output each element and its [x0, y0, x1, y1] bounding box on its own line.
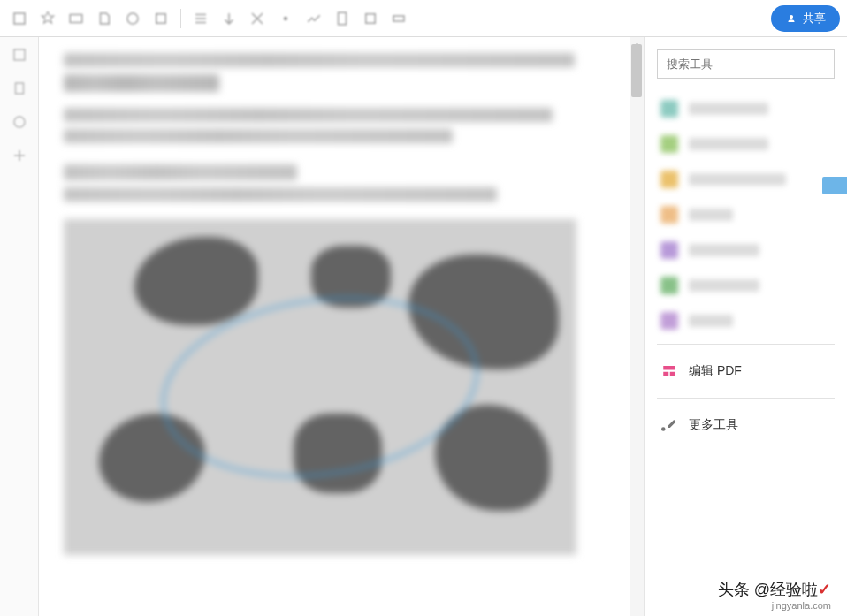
left-icon-3[interactable]	[7, 110, 32, 134]
tool-icon-10[interactable]	[273, 6, 298, 31]
tool-icon-3[interactable]	[64, 6, 88, 31]
svg-rect-10	[670, 372, 675, 376]
tool-item-7[interactable]	[657, 303, 835, 338]
tool-icon-orange	[660, 206, 678, 224]
tool-item-2[interactable]	[657, 126, 835, 162]
tool-icon-9[interactable]	[245, 6, 270, 31]
more-tools-item[interactable]: 更多工具	[657, 404, 835, 446]
document-content	[39, 37, 644, 571]
edit-pdf-icon	[660, 362, 678, 380]
tool-icon-green2	[660, 277, 678, 294]
tool-item-4[interactable]	[657, 197, 835, 232]
edit-pdf-label: 编辑 PDF	[689, 363, 742, 379]
tool-icon-1[interactable]	[7, 6, 32, 31]
share-label: 共享	[803, 11, 826, 27]
tool-label-2	[689, 138, 768, 150]
more-tools-label: 更多工具	[689, 417, 738, 433]
tool-icon-yellow	[660, 171, 678, 188]
scrollbar[interactable]: ▴	[630, 37, 644, 616]
tool-icon-purple2	[660, 312, 678, 330]
tool-icon-2[interactable]	[35, 6, 60, 31]
svg-rect-1	[70, 14, 82, 22]
watermark: 头条 @经验啦✓ jingyanla.com	[718, 579, 831, 611]
wrench-icon	[660, 416, 678, 434]
scrollbar-thumb[interactable]	[631, 44, 642, 97]
svg-point-7	[14, 117, 25, 127]
tool-icon-purple	[660, 241, 678, 259]
main-area: ▴	[0, 37, 847, 616]
svg-rect-5	[339, 12, 347, 25]
document-area[interactable]: ▴	[39, 37, 644, 616]
tool-item-5[interactable]	[657, 232, 835, 268]
share-icon	[785, 12, 797, 25]
left-icon-2[interactable]	[7, 76, 32, 101]
top-toolbar: 共享	[0, 0, 847, 37]
tool-icon-teal	[660, 100, 678, 118]
tool-icon-11[interactable]	[301, 6, 326, 31]
tool-icon-13[interactable]	[358, 6, 383, 31]
view-badge[interactable]	[822, 177, 847, 194]
tool-item-1[interactable]	[657, 91, 835, 126]
document-image	[64, 219, 576, 555]
toolbar-separator	[180, 9, 181, 28]
svg-rect-3	[156, 13, 166, 23]
svg-rect-6	[14, 49, 25, 60]
edit-pdf-item[interactable]: 编辑 PDF	[657, 350, 835, 392]
left-icon-4[interactable]	[7, 143, 32, 168]
tool-label-6	[689, 279, 759, 292]
tools-panel: 编辑 PDF 更多工具	[644, 37, 847, 616]
tool-label-7	[689, 315, 733, 327]
tool-icon-5[interactable]	[120, 6, 145, 31]
left-icon-1[interactable]	[7, 42, 32, 67]
tool-label-1	[689, 103, 768, 115]
tool-icon-8[interactable]	[217, 6, 241, 31]
tool-icon-4[interactable]	[92, 6, 117, 31]
tool-item-3[interactable]	[657, 162, 835, 197]
tool-item-6[interactable]	[657, 268, 835, 303]
svg-point-4	[284, 16, 288, 20]
share-button[interactable]: 共享	[771, 5, 840, 32]
tool-label-5	[689, 244, 759, 256]
svg-rect-8	[663, 366, 675, 370]
tool-icon-14[interactable]	[386, 6, 411, 31]
divider	[657, 344, 835, 345]
left-toolbar	[0, 37, 39, 616]
tool-label-3	[689, 173, 786, 186]
svg-rect-0	[14, 13, 25, 24]
search-input[interactable]	[657, 49, 835, 79]
tool-icon-7[interactable]	[188, 6, 213, 31]
svg-point-2	[127, 13, 138, 24]
tool-icon-6[interactable]	[149, 6, 173, 31]
divider-2	[657, 398, 835, 399]
tool-icon-12[interactable]	[330, 6, 355, 31]
svg-rect-9	[663, 372, 668, 376]
tool-label-4	[689, 209, 733, 221]
tool-icon-green	[660, 135, 678, 153]
